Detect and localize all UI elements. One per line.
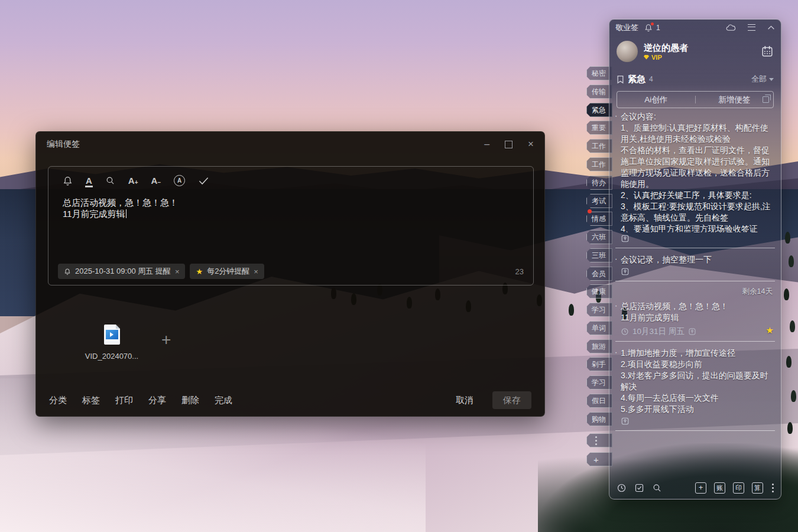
vip-badge: VIP — [644, 54, 761, 61]
dialog-titlebar: 编辑便签 – × — [36, 132, 544, 157]
note-item[interactable]: · 1.增加地推力度，增加宣传途径 2.项目收益要稳步向前 3.对老客户多多回访… — [609, 343, 781, 429]
lock-icon — [621, 234, 774, 244]
side-tab-label: 会员 — [592, 269, 606, 279]
video-file-icon — [104, 325, 120, 345]
bell-icon — [64, 268, 71, 275]
close-button[interactable]: × — [528, 138, 534, 150]
filter-dropdown[interactable]: 全部 — [751, 74, 774, 85]
action-buttons: Ai创作 新增便签 — [617, 91, 774, 108]
save-button[interactable]: 保存 — [492, 391, 531, 409]
side-tab-label: 六班 — [592, 232, 606, 242]
lock-icon — [688, 327, 696, 336]
search-icon[interactable] — [652, 483, 662, 493]
editor-toolbar: A A+ A− A — [48, 167, 533, 186]
category-count: 4 — [649, 75, 653, 83]
search-icon[interactable] — [105, 176, 115, 186]
category-header: 紧急 4 全部 — [609, 71, 781, 87]
side-tab-label: 待办 — [592, 178, 606, 188]
note-divider — [615, 281, 775, 281]
time-record-icon[interactable] — [617, 483, 627, 493]
classify-button[interactable]: 分类 — [49, 395, 67, 406]
delete-button[interactable]: 删除 — [181, 395, 199, 406]
app-title: 敬业签 — [615, 22, 638, 33]
side-tab-label: 学习 — [592, 378, 606, 388]
side-tab-label: 情感 — [592, 214, 606, 224]
ledger-tool-button[interactable]: 账 — [714, 482, 725, 494]
note-editor[interactable]: A A+ A− A 总店活动视频，急！急！急！ 11月前完成剪辑 — [48, 166, 534, 286]
tags-row: 2025-10-31 09:00 周五 提醒 × ★ 每2分钟提醒 × 23 — [58, 264, 524, 279]
note-divider — [615, 430, 775, 431]
dialog-footer: 分类 标签 打印 分享 删除 完成 取消 保存 — [49, 391, 531, 409]
lock-icon — [621, 267, 774, 277]
content-line-1: 总店活动视频，急！急！急！ — [63, 197, 519, 208]
wallpaper-trees-edge — [785, 232, 790, 244]
side-tab-label: 三班 — [592, 251, 606, 261]
remove-repeat-icon[interactable]: × — [254, 267, 258, 276]
note-content-textarea[interactable]: 总店活动视频，急！急！急！ 11月前完成剪辑 — [48, 186, 533, 219]
add-attachment-button[interactable]: + — [161, 333, 171, 347]
note-reminder-row: 10月31日 周五 — [621, 326, 774, 337]
multi-window-icon[interactable] — [763, 96, 769, 103]
minimize-button[interactable]: – — [484, 141, 489, 147]
todo-check-icon[interactable] — [634, 483, 644, 493]
notification-bell-icon[interactable] — [644, 24, 653, 32]
category-name: 紧急 — [628, 74, 645, 85]
calc-tool-button[interactable]: 算 — [752, 482, 763, 494]
cloud-sync-icon[interactable] — [726, 24, 736, 32]
font-decrease-icon[interactable]: A− — [151, 176, 161, 185]
days-remaining: 剩余14天 — [609, 283, 781, 297]
side-tab-label: 工作 — [592, 141, 606, 151]
side-tab-label: 传输 — [592, 87, 606, 97]
complete-button[interactable]: 完成 — [215, 395, 232, 406]
print-tool-button[interactable]: 印 — [733, 482, 744, 494]
menu-icon[interactable] — [748, 24, 755, 31]
add-tool-button[interactable]: + — [695, 482, 706, 494]
collapse-icon[interactable] — [767, 25, 775, 30]
note-bullet: · — [615, 348, 617, 356]
todo-check-icon[interactable] — [198, 176, 209, 185]
note-divider — [615, 341, 775, 342]
avatar[interactable] — [617, 41, 638, 62]
text-extract-icon[interactable]: A — [174, 175, 185, 186]
star-icon[interactable]: ★ — [766, 325, 774, 336]
star-icon: ★ — [196, 267, 203, 276]
note-item[interactable]: · 会议记录，抽空整理一下 — [609, 250, 781, 279]
edit-note-dialog: 编辑便签 – × A A+ A− A — [35, 131, 545, 417]
attachment-item[interactable]: VID_2024070... — [70, 325, 153, 361]
notes-list: · 会议内容: 1、质量控制:认真把好原材料、构配件使用关,杜绝使用未经检验或检… — [609, 107, 781, 433]
label-button[interactable]: 标签 — [82, 395, 100, 406]
side-tab-label: 剁手 — [592, 359, 606, 369]
ai-create-button[interactable]: Ai创作 — [617, 95, 695, 105]
attachment-name: VID_2024070... — [70, 352, 153, 361]
maximize-button[interactable] — [505, 141, 512, 148]
user-row: 逆位的愚者 VIP — [609, 35, 781, 66]
note-bullet: · — [615, 111, 617, 120]
remove-reminder-icon[interactable]: × — [175, 267, 180, 276]
bookmark-icon — [617, 75, 624, 84]
footer-more-icon[interactable] — [772, 487, 774, 489]
calendar-icon[interactable] — [761, 45, 774, 58]
note-text: 1.增加地推力度，增加宣传途径 2.项目收益要稳步向前 3.对老客户多多回访，提… — [621, 348, 774, 415]
notification-dot — [651, 22, 654, 25]
repeat-reminder-tag[interactable]: ★ 每2分钟提醒 × — [190, 264, 264, 279]
username: 逆位的愚者 — [644, 43, 761, 53]
note-divider — [615, 248, 775, 248]
notification-count: 1 — [656, 24, 660, 32]
side-tab-label: 单词 — [592, 323, 606, 333]
share-button[interactable]: 分享 — [148, 395, 166, 406]
font-color-icon[interactable]: A — [86, 177, 92, 185]
note-text: 会议内容: 1、质量控制:认真把好原材料、构配件使用关,杜绝使用未经检验或检验 … — [621, 111, 774, 232]
note-text: 会议记录，抽空整理一下 — [621, 254, 774, 265]
cancel-button[interactable]: 取消 — [456, 395, 473, 406]
font-increase-icon[interactable]: A+ — [128, 176, 138, 185]
print-button[interactable]: 打印 — [115, 395, 133, 406]
note-item-selected[interactable]: · 总店活动视频，急！急！急！ 11月前完成剪辑 10月31日 周五 ★ — [609, 297, 781, 339]
reminder-tag[interactable]: 2025-10-31 09:00 周五 提醒 × — [58, 264, 185, 279]
reminder-bell-icon[interactable] — [63, 176, 73, 186]
side-tab-label: 旅游 — [592, 342, 606, 352]
panel-footer: + 账 印 算 — [609, 476, 781, 499]
side-tab-label: 学习 — [592, 305, 606, 315]
new-note-button[interactable]: 新增便签 — [696, 95, 774, 105]
note-item[interactable]: · 会议内容: 1、质量控制:认真把好原材料、构配件使用关,杜绝使用未经检验或检… — [609, 107, 781, 246]
side-tab-label: 考试 — [592, 196, 606, 206]
